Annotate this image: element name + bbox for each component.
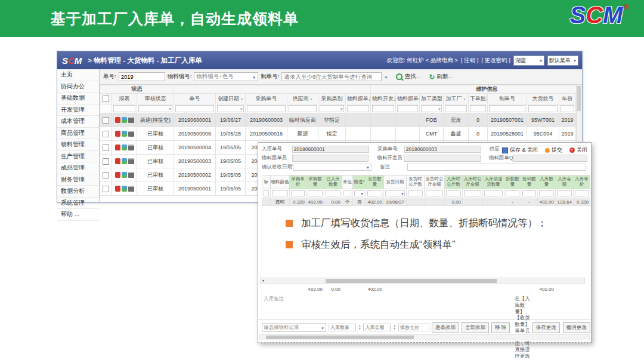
order-no-input[interactable] xyxy=(119,72,165,81)
detail-column-header[interactable]: 入库时公斤数 xyxy=(445,176,463,189)
detail-cell[interactable] xyxy=(425,198,445,206)
filter-input[interactable] xyxy=(528,105,558,112)
detail-column-header[interactable]: 已入库数量 xyxy=(324,176,342,189)
theme-select[interactable]: 湖蓝 xyxy=(513,56,544,66)
scroll-left-icon[interactable]: ◄ xyxy=(261,278,265,284)
detail-column-header[interactable]: 发货日期 xyxy=(384,176,407,189)
detail-cell[interactable]: 0.00 xyxy=(445,198,463,206)
detail-filter-input[interactable] xyxy=(308,190,323,196)
pdf-icon[interactable] xyxy=(115,186,120,192)
detail-filter-input[interactable] xyxy=(539,190,554,196)
print-icon[interactable] xyxy=(128,186,134,192)
detail-cell[interactable]: 0.00 xyxy=(324,198,342,206)
add-one-button[interactable]: 逐条添加 xyxy=(432,322,459,333)
detail-column-header[interactable]: 入库数量 xyxy=(538,176,556,189)
print-icon[interactable] xyxy=(128,144,134,150)
select-all-checkbox[interactable] xyxy=(103,96,109,102)
scrollbar-thumb[interactable] xyxy=(266,336,414,339)
print-icon[interactable] xyxy=(128,117,134,123)
sidebar-item[interactable]: 商品管理 xyxy=(57,128,99,140)
column-header[interactable]: 物料跟单QC xyxy=(396,94,420,104)
sidebar-item[interactable]: 帮助 ... xyxy=(57,209,99,221)
detail-column-header[interactable]: 采购数量 xyxy=(306,176,324,189)
scrollbar-thumb[interactable] xyxy=(577,86,581,111)
detail-filter-input[interactable] xyxy=(464,190,481,196)
row-checkbox[interactable] xyxy=(103,117,109,124)
material-developer-input[interactable] xyxy=(404,155,481,162)
sidebar-item[interactable]: 主页 xyxy=(57,69,99,81)
save-changes-button[interactable]: 保存更改 xyxy=(532,322,560,333)
detail-filter-input[interactable] xyxy=(446,190,461,196)
material-qc-input[interactable] xyxy=(513,155,587,162)
image-icon[interactable] xyxy=(122,172,127,178)
material-merchandiser-input[interactable] xyxy=(292,155,369,162)
chevron-down-icon[interactable] xyxy=(168,106,172,112)
detail-filter-input[interactable] xyxy=(385,190,405,196)
undo-changes-button[interactable]: 撤消更改 xyxy=(563,322,590,333)
filter-input[interactable] xyxy=(320,105,344,112)
filter-input[interactable] xyxy=(217,105,244,112)
print-icon[interactable] xyxy=(128,158,134,164)
detail-cell[interactable]: 19/06/27 xyxy=(384,198,407,206)
filter-input[interactable] xyxy=(489,105,525,112)
detail-cell[interactable]: 402.00 xyxy=(306,198,324,206)
detail-cell[interactable] xyxy=(463,198,483,206)
filter-input[interactable] xyxy=(372,105,394,112)
sidebar-item[interactable]: 财务管理 xyxy=(57,174,99,186)
detail-filter-input[interactable] xyxy=(522,190,536,196)
detail-cell[interactable]: 0.320 xyxy=(290,198,306,206)
detail-filter-input[interactable] xyxy=(367,190,382,196)
detail-column-header[interactable]: 入库单价 xyxy=(574,176,590,189)
add-all-button[interactable]: 全部添加 xyxy=(462,322,489,333)
search-button[interactable]: 查找... xyxy=(396,73,420,81)
column-header[interactable]: 供应商 xyxy=(287,94,318,104)
detail-cell[interactable] xyxy=(407,198,425,206)
detail-column-header[interactable]: 入库金额 xyxy=(556,176,574,189)
column-header[interactable]: 采购类别 xyxy=(318,94,346,104)
detail-column-header[interactable]: 发货时公斤数 xyxy=(407,176,425,189)
chevron-down-icon[interactable] xyxy=(240,106,243,112)
detail-filter-input[interactable] xyxy=(557,190,572,196)
detail-column-header[interactable]: 入库前退货数量 xyxy=(483,176,504,189)
column-header[interactable]: 单号 xyxy=(174,94,216,104)
sidebar-item[interactable]: 物料管理 xyxy=(57,139,99,151)
column-header[interactable]: 报表 xyxy=(112,94,137,104)
pdf-icon[interactable] xyxy=(115,172,120,178)
filter-input[interactable] xyxy=(561,105,574,112)
filter-input[interactable] xyxy=(347,105,369,112)
detail-column-header[interactable]: 单位 xyxy=(342,176,353,189)
row-checkbox[interactable] xyxy=(103,172,109,179)
remark-input[interactable] xyxy=(407,164,586,171)
detail-filter-input[interactable] xyxy=(326,190,340,196)
detail-cell[interactable]: 否 xyxy=(353,198,366,206)
table-row[interactable]: 新建(待提交)2019060000119/06/2720190600003临时供… xyxy=(100,113,583,127)
detail-filter-input[interactable] xyxy=(272,190,288,196)
detail-data-row[interactable]: 透明0.320402.000.00个否402.0019/06/270.00--4… xyxy=(262,198,590,206)
column-header[interactable]: 年份 xyxy=(559,94,576,104)
position-input[interactable] xyxy=(398,324,429,331)
detail-filter-input[interactable] xyxy=(575,190,589,196)
horizontal-scrollbar[interactable]: ◄ xyxy=(260,278,585,284)
column-header[interactable]: 制单号 xyxy=(488,94,527,104)
detail-cell[interactable]: - xyxy=(521,198,538,206)
column-header[interactable]: 下单批次 xyxy=(469,94,488,104)
detail-filter-input[interactable] xyxy=(426,190,443,196)
detail-cell[interactable]: 402.00 xyxy=(538,198,556,206)
row-checkbox[interactable] xyxy=(103,158,109,165)
pdf-icon[interactable] xyxy=(115,131,120,137)
bottom-scrollbar[interactable] xyxy=(259,334,590,340)
sidebar-item[interactable]: 成本管理 xyxy=(57,116,99,128)
column-header[interactable]: 审核状态 xyxy=(137,94,174,104)
inbound-no-input[interactable] xyxy=(292,146,369,153)
submit-button[interactable]: 提交 xyxy=(545,146,562,154)
record-select[interactable]: 请选择物料记录 xyxy=(262,323,326,332)
detail-cell[interactable]: 0.320 xyxy=(574,198,590,206)
detail-filter-input[interactable] xyxy=(343,190,351,196)
change-password-link[interactable]: [ 更改密码 ] xyxy=(481,57,510,64)
image-icon[interactable] xyxy=(122,117,127,123)
menu-select[interactable]: 默认菜单 xyxy=(547,56,578,66)
sidebar-item[interactable]: 成品管理 xyxy=(57,162,99,174)
sidebar-item[interactable]: 系统管理 xyxy=(57,198,99,210)
inbound-amount-input[interactable] xyxy=(363,324,391,331)
detail-column-header[interactable]: 发货时公斤金额 xyxy=(425,176,445,189)
